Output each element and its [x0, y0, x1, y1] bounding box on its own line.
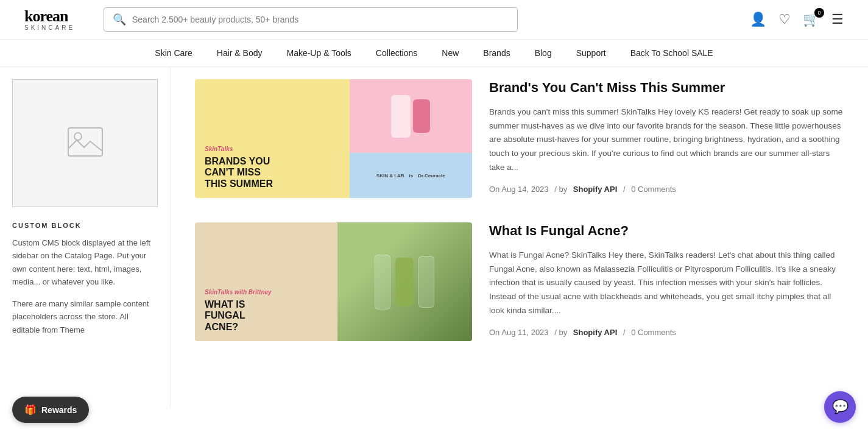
blog-list: SkinTalks BRANDS YOUCAN'T MISSTHIS SUMME…	[195, 79, 844, 341]
nav-blog[interactable]: Blog	[532, 40, 554, 66]
main-nav: Skin Care Hair & Body Make-Up & Tools Co…	[0, 40, 868, 67]
rewards-button[interactable]: 🎁 Rewards	[12, 397, 89, 408]
blog-post-1-title[interactable]: Brand's You Can't Miss This Summer	[489, 79, 844, 97]
logo-main-text: korean	[24, 9, 68, 24]
header-icons: 👤 ♡ 🛒 0 ☰	[750, 12, 844, 27]
sidebar: CUSTOM BLOCK Custom CMS block displayed …	[0, 67, 171, 408]
nav-skin-care[interactable]: Skin Care	[152, 40, 194, 66]
cart-badge: 0	[814, 8, 824, 18]
rewards-icon: 🎁	[24, 404, 37, 408]
site-header: korean skincare 🔍 👤 ♡ 🛒 0 ☰	[0, 0, 868, 40]
meta-divider-4: /	[623, 328, 626, 337]
page-layout: CUSTOM BLOCK Custom CMS block displayed …	[0, 67, 868, 408]
cart-icon[interactable]: 🛒 0	[803, 12, 819, 27]
nav-hair-body[interactable]: Hair & Body	[214, 40, 265, 66]
search-input[interactable]	[132, 15, 509, 24]
sidebar-image-placeholder	[12, 79, 158, 207]
blog-post-2-date: On Aug 11, 2023	[489, 328, 549, 337]
meta-divider-3: / by	[554, 328, 567, 337]
blog-post-1-info: Brand's You Can't Miss This Summer Brand…	[489, 79, 844, 194]
blog-post-1-excerpt: Brands you can't miss this summer! SkinT…	[489, 105, 844, 175]
nav-support[interactable]: Support	[574, 40, 609, 66]
logo-sub-text: skincare	[24, 24, 75, 31]
blog-post-2-meta: On Aug 11, 2023 / by Shopify API / 0 Com…	[489, 328, 844, 337]
blog-post-2-excerpt: What is Fungal Acne? SkinTalks Hey there…	[489, 249, 844, 319]
menu-icon[interactable]: ☰	[831, 12, 844, 27]
blog-post-2-info: What Is Fungal Acne? What is Fungal Acne…	[489, 222, 844, 337]
site-logo[interactable]: korean skincare	[24, 9, 91, 31]
blog-post-1-meta: On Aug 14, 2023 / by Shopify API / 0 Com…	[489, 185, 844, 194]
account-icon[interactable]: 👤	[750, 12, 766, 27]
nav-brands[interactable]: Brands	[481, 40, 512, 66]
blog-post-1-date: On Aug 14, 2023	[489, 185, 549, 194]
svg-rect-0	[68, 128, 102, 156]
custom-block-title: CUSTOM BLOCK	[12, 222, 158, 229]
image-placeholder-icon	[67, 127, 104, 160]
meta-divider-2: /	[623, 185, 626, 194]
nav-makeup-tools[interactable]: Make-Up & Tools	[284, 40, 353, 66]
nav-new[interactable]: New	[439, 40, 461, 66]
nav-collections[interactable]: Collections	[373, 40, 420, 66]
blog-post-2-author[interactable]: Shopify API	[573, 328, 617, 337]
blog-post-2: SkinTalks with Brittney WHAT ISFUNGALACN…	[195, 222, 844, 341]
blog-post-2-comments[interactable]: 0 Comments	[631, 328, 676, 337]
nav-sale[interactable]: Back To School SALE	[628, 40, 716, 66]
blog-post-2-image[interactable]: SkinTalks with Brittney WHAT ISFUNGALACN…	[195, 222, 472, 341]
wishlist-icon[interactable]: ♡	[778, 12, 791, 27]
blog-post-1: SkinTalks BRANDS YOUCAN'T MISSTHIS SUMME…	[195, 79, 844, 198]
custom-block-text2: There are many similar sample content pl…	[12, 297, 158, 336]
meta-divider-1: / by	[554, 185, 567, 194]
svg-point-1	[74, 133, 82, 140]
blog-post-1-comments[interactable]: 0 Comments	[631, 185, 676, 194]
chat-icon: 💬	[832, 399, 849, 408]
blog-post-1-image[interactable]: SkinTalks BRANDS YOUCAN'T MISSTHIS SUMME…	[195, 79, 472, 198]
search-icon: 🔍	[113, 13, 126, 26]
search-bar: 🔍	[104, 7, 518, 32]
blog-post-1-author[interactable]: Shopify API	[573, 185, 617, 194]
blog-main: SkinTalks BRANDS YOUCAN'T MISSTHIS SUMME…	[171, 67, 868, 408]
rewards-label: Rewards	[41, 405, 77, 409]
custom-block-text1: Custom CMS block displayed at the left s…	[12, 236, 158, 289]
blog-post-2-title[interactable]: What Is Fungal Acne?	[489, 222, 844, 240]
